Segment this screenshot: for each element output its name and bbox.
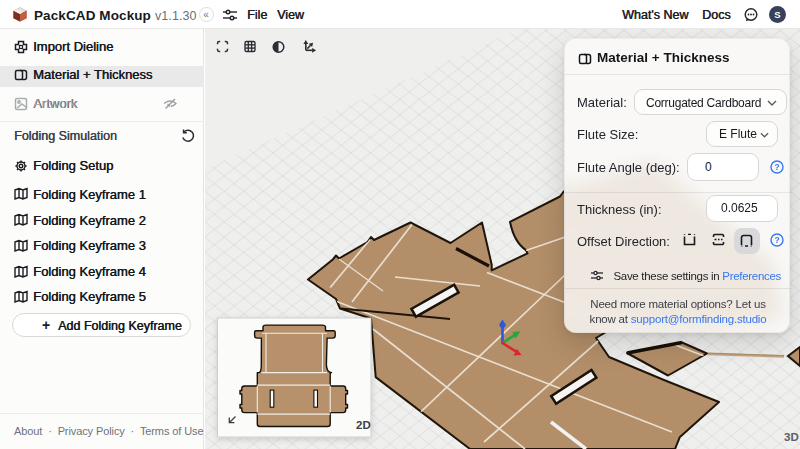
svg-text:?: ? xyxy=(774,162,779,172)
svg-text:2D: 2D xyxy=(356,419,371,431)
svg-text:?: ? xyxy=(774,235,779,245)
svg-text:3D: 3D xyxy=(784,431,799,443)
